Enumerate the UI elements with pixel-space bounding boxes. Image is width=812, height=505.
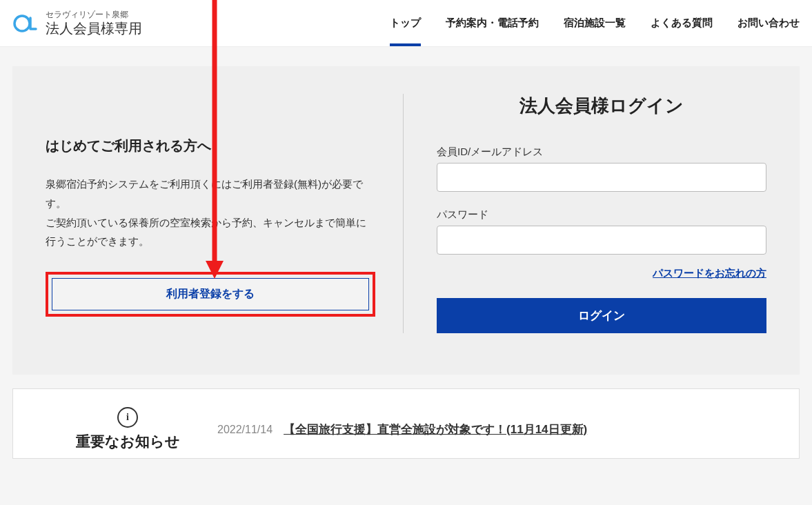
nav-reservation[interactable]: 予約案内・電話予約 [446, 0, 539, 46]
member-id-label: 会員ID/メールアドレス [437, 146, 766, 159]
login-title: 法人会員様ログイン [437, 94, 766, 118]
logo-subtitle: セラヴィリゾート泉郷 [46, 10, 142, 19]
nav-top[interactable]: トップ [390, 0, 421, 46]
logo-title: 法人会員様専用 [46, 20, 142, 37]
site-header: セラヴィリゾート泉郷 法人会員様専用 トップ 予約案内・電話予約 宿泊施設一覧 … [0, 0, 812, 47]
nav-contact[interactable]: お問い合わせ [737, 0, 800, 46]
register-highlight-box: 利用者登録をする [46, 272, 375, 317]
member-id-input[interactable] [437, 163, 766, 192]
hero-panel: はじめてご利用される方へ 泉郷宿泊予約システムをご利用頂くにはご利用者登録(無料… [12, 66, 800, 375]
register-button[interactable]: 利用者登録をする [52, 278, 369, 310]
first-time-title: はじめてご利用される方へ [46, 137, 375, 155]
nav-faq[interactable]: よくある質問 [651, 0, 713, 46]
first-time-description: 泉郷宿泊予約システムをご利用頂くにはご利用者登録(無料)が必要です。 ご契約頂い… [46, 175, 375, 251]
news-heading-block: i 重要なお知らせ [38, 407, 217, 451]
first-time-section: はじめてご利用される方へ 泉郷宿泊予約システムをご利用頂くにはご利用者登録(無料… [46, 94, 403, 333]
password-input[interactable] [437, 226, 766, 255]
news-date: 2022/11/14 [217, 424, 273, 436]
nav-facilities[interactable]: 宿泊施設一覧 [564, 0, 626, 46]
main-nav: トップ 予約案内・電話予約 宿泊施設一覧 よくある質問 お問い合わせ [390, 0, 800, 46]
info-icon: i [117, 407, 138, 428]
news-item: 2022/11/14 【全国旅行支援】直営全施設が対象です！(11月14日更新) [217, 422, 587, 437]
news-heading: 重要なお知らせ [38, 432, 217, 451]
forgot-password-link[interactable]: パスワードをお忘れの方 [437, 267, 766, 280]
news-panel: i 重要なお知らせ 2022/11/14 【全国旅行支援】直営全施設が対象です！… [12, 388, 800, 459]
login-section: 法人会員様ログイン 会員ID/メールアドレス パスワード パスワードをお忘れの方… [403, 94, 766, 333]
svg-point-0 [14, 16, 30, 31]
password-label: パスワード [437, 208, 766, 221]
logo-icon [12, 10, 40, 37]
site-logo[interactable]: セラヴィリゾート泉郷 法人会員様専用 [12, 10, 142, 37]
login-button[interactable]: ログイン [437, 298, 766, 333]
news-link[interactable]: 【全国旅行支援】直営全施設が対象です！(11月14日更新) [284, 422, 587, 437]
